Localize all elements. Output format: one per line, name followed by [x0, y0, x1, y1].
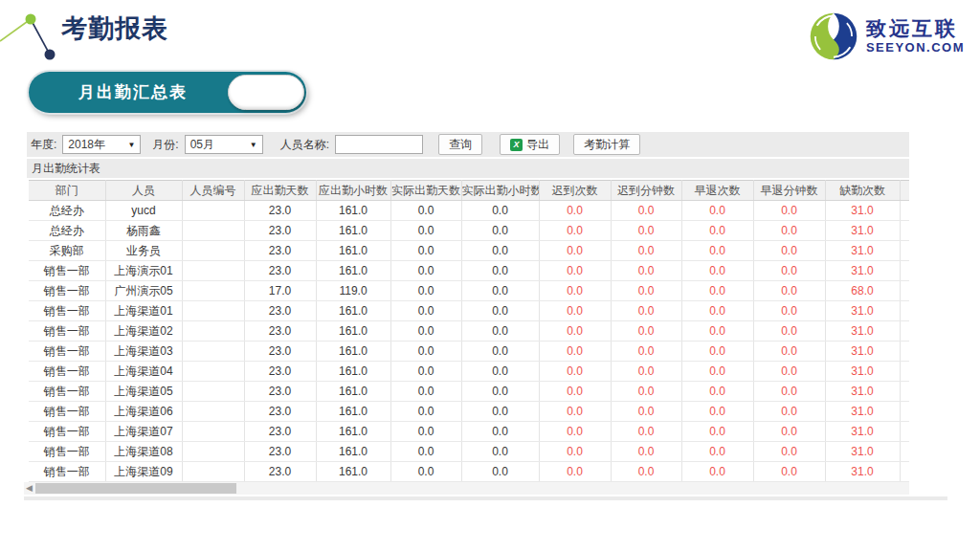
query-button[interactable]: 查询 [438, 134, 482, 155]
table-body: 总经办yucd23.0161.00.00.00.00.00.00.031.0总经… [29, 201, 909, 482]
year-select[interactable]: 2018年 ▼ [62, 135, 141, 154]
table-cell: 0.0 [390, 201, 461, 221]
table-cell: 0.0 [461, 422, 539, 442]
table-cell [182, 301, 244, 321]
table-cell: 0.0 [753, 362, 825, 382]
table-cell: 0.0 [390, 442, 461, 462]
table-cell: 销售一部 [29, 321, 105, 342]
table-cell: 31.0 [825, 422, 900, 442]
table-cell: 0.0 [390, 422, 461, 442]
table-cell: 0.0 [539, 382, 611, 402]
table-cell: 上海渠道05 [105, 382, 182, 402]
table-cell: 0.0 [390, 241, 461, 261]
table-cell: 0.0 [611, 301, 681, 321]
table-cell: 161.0 [316, 362, 390, 382]
table-cell: 0.0 [539, 321, 611, 342]
table-cell: 0.0 [681, 241, 753, 261]
table-cell: 销售一部 [29, 462, 105, 482]
person-name-input[interactable] [335, 135, 423, 154]
excel-icon: X [510, 139, 523, 151]
horizontal-scrollbar[interactable]: ◀ [24, 482, 909, 495]
month-select[interactable]: 05月 ▼ [185, 135, 263, 154]
attendance-table-wrap: 部门人员人员编号应出勤天数应出勤小时数实际出勤天数实际出勤小时数迟到次数迟到分钟… [29, 180, 909, 482]
table-cell: 0.0 [539, 221, 611, 241]
export-button[interactable]: X 导出 [500, 134, 560, 155]
table-cell: 23.0 [244, 221, 316, 241]
table-cell: 31.0 [825, 362, 900, 382]
table-cell: 17.0 [244, 281, 316, 301]
table-cell: 0.0 [461, 241, 539, 261]
query-button-label: 查询 [449, 137, 472, 153]
table-cell [182, 261, 244, 281]
table-cell: 销售一部 [29, 301, 105, 321]
table-cell: 0.0 [390, 261, 461, 281]
table-row: 销售一部上海渠道0223.0161.00.00.00.00.00.00.031.… [29, 321, 909, 342]
table-cell: 0.0 [461, 382, 539, 402]
table-cell: 23.0 [244, 422, 316, 442]
table-cell: 23.0 [244, 261, 316, 281]
scrollbar-thumb[interactable] [35, 483, 236, 494]
table-cell: 161.0 [316, 402, 390, 422]
table-cell: 31.0 [825, 241, 900, 261]
table-cell: 上海渠道04 [105, 362, 182, 382]
header-cell: 迟到次数 [539, 181, 611, 201]
filter-bar: 年度: 2018年 ▼ 月份: 05月 ▼ 人员名称: 查询 X 导出 考勤计算 [27, 132, 909, 157]
table-cell: 0.0 [390, 301, 461, 321]
table-cell: 0.0 [611, 442, 681, 462]
page-title: 考勤报表 [61, 11, 168, 46]
tab-knob [228, 75, 304, 110]
scroll-left-arrow-icon[interactable]: ◀ [26, 484, 34, 493]
table-cell: 0.0 [461, 301, 539, 321]
attendance-calc-button[interactable]: 考勤计算 [573, 134, 640, 155]
table-cell: 0.0 [461, 281, 539, 301]
table-row: 销售一部广州演示0517.0119.00.00.00.00.00.00.068.… [29, 281, 909, 301]
table-cell: 23.0 [244, 342, 316, 362]
table-cell: 0.0 [611, 382, 681, 402]
header-cell: 应出勤天数 [244, 181, 316, 201]
table-cell: 23.0 [244, 241, 316, 261]
table-cell: 0.0 [461, 362, 539, 382]
table-cell: 0.0 [539, 342, 611, 362]
table-cell: 23.0 [244, 201, 316, 221]
table-cell: 上海渠道07 [105, 422, 182, 442]
table-cell: 销售一部 [29, 442, 105, 462]
table-cell [182, 442, 244, 462]
table-cell: 0.0 [753, 201, 825, 221]
table-cell: 0.0 [461, 261, 539, 281]
table-cell: 0.0 [681, 281, 753, 301]
header-cell: 早退次数 [681, 181, 753, 201]
green-dot [26, 14, 36, 25]
table-cell: 0.0 [753, 462, 825, 482]
table-cell: 23.0 [244, 382, 316, 402]
table-cell: 销售一部 [29, 342, 105, 362]
table-cell: 销售一部 [29, 362, 105, 382]
table-cell: 0.0 [753, 402, 825, 422]
table-cell: 161.0 [316, 321, 390, 342]
table-row: 销售一部上海渠道0123.0161.00.00.00.00.00.00.031.… [29, 301, 909, 321]
table-cell [182, 422, 244, 442]
table-cell: 0.0 [681, 261, 753, 281]
year-select-value: 2018年 [68, 137, 105, 153]
table-cell: 上海渠道01 [105, 301, 182, 321]
seeyon-swirl-icon [809, 11, 858, 61]
filler-cell [900, 362, 909, 382]
table-cell [182, 201, 244, 221]
table-cell: 0.0 [390, 462, 461, 482]
table-cell: 0.0 [611, 462, 681, 482]
table-row: 采购部业务员23.0161.00.00.00.00.00.00.031.0 [29, 241, 909, 261]
logo-brand-name: 致远互联 [866, 18, 965, 39]
table-row: 销售一部上海渠道0623.0161.00.00.00.00.00.00.031.… [29, 402, 909, 422]
table-cell: 上海渠道03 [105, 342, 182, 362]
filler-cell [900, 201, 909, 221]
chevron-down-icon: ▼ [250, 141, 257, 149]
table-row: 销售一部上海渠道0923.0161.00.00.00.00.00.00.031.… [29, 462, 909, 482]
table-cell: 0.0 [681, 301, 753, 321]
navy-dot [45, 50, 56, 60]
filler-cell [900, 382, 909, 402]
tab-monthly-attendance-summary[interactable]: 月出勤汇总表 [29, 72, 306, 113]
table-cell [182, 221, 244, 241]
table-cell: 0.0 [611, 422, 681, 442]
table-cell: 0.0 [681, 442, 753, 462]
table-cell: 0.0 [539, 241, 611, 261]
header-cell: 应出勤小时数 [316, 181, 390, 201]
